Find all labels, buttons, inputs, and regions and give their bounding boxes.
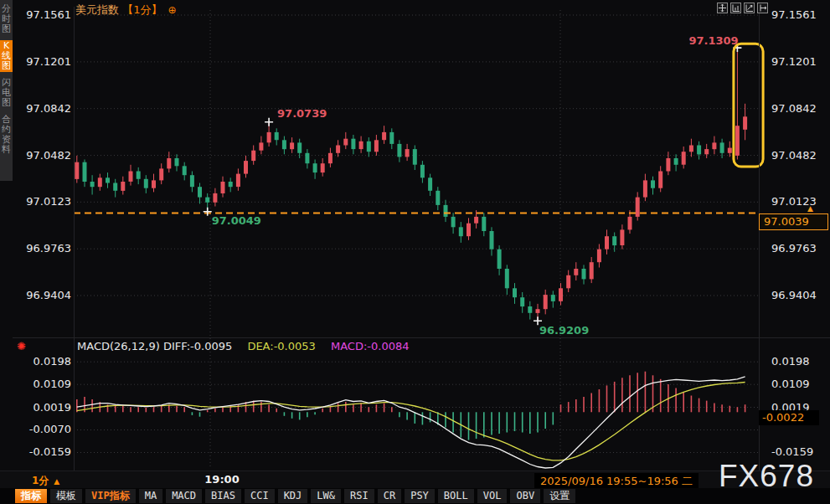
pan-icon[interactable] — [717, 3, 728, 13]
high-price-annotation: 97.0739 — [277, 107, 327, 120]
axis-tick-label: 97.0123 — [23, 195, 71, 208]
axis-tick-label: 97.1561 — [771, 8, 825, 21]
toolbar-item-0[interactable]: 指标 — [15, 489, 47, 503]
axis-bars-icon[interactable] — [730, 3, 741, 13]
symbol-name: 美元指数 — [75, 3, 119, 16]
axis-tick-label: 0.0019 — [23, 401, 71, 414]
sidebar-item-0[interactable]: 分时图 — [0, 3, 13, 35]
high-price-annotation: 97.1309 — [688, 34, 738, 47]
axis-tick-label: -0.0159 — [23, 445, 71, 458]
add-indicator-icon[interactable]: ⊕ — [168, 4, 177, 16]
axis-tick-label: 96.9763 — [771, 242, 825, 255]
axis-tick-label: 0.0109 — [23, 378, 71, 390]
dea-value-label: DEA:-0.0053 — [247, 340, 315, 352]
toolbar-item-3[interactable]: MA — [139, 489, 162, 503]
toolbar-item-15[interactable]: 设置 — [544, 489, 575, 503]
period-tag: 【1分】 — [122, 3, 162, 16]
low-price-annotation: 97.0049 — [212, 214, 261, 227]
macd-last-value-badge: -0.0022 — [759, 410, 819, 425]
current-price-badge: 97.0039 — [759, 213, 828, 230]
axis-tick-label: 96.9763 — [23, 242, 71, 255]
axis-exit-icon[interactable] — [757, 3, 768, 13]
axis-tick-label: 97.0123 — [771, 195, 825, 208]
plot-left-border — [74, 7, 75, 471]
toolbar-item-8[interactable]: LW& — [311, 489, 341, 503]
sidebar-item-2[interactable]: 闪电图 — [0, 77, 13, 109]
axis-tick-label: 97.0482 — [771, 149, 825, 162]
toolbar-item-7[interactable]: KDJ — [278, 489, 308, 503]
price-up-arrow-icon: ▲ — [807, 204, 813, 213]
time-tick-label: 19:00 — [201, 473, 243, 486]
sidebar-item-1[interactable]: K线图 — [0, 40, 13, 72]
left-sidebar: 分时图K线图闪电图合约资料 — [0, 0, 13, 181]
toolbar-item-4[interactable]: MACD — [166, 489, 202, 503]
plot-right-border — [759, 7, 760, 471]
chart-tool-icons — [717, 3, 768, 13]
macd-value-label: MACD:-0.0084 — [331, 340, 410, 352]
chart-canvas[interactable] — [0, 0, 830, 504]
axis-tick-label: 97.0482 — [23, 149, 71, 162]
triangle-up-icon: ▲ — [54, 477, 59, 486]
interval-selector[interactable]: 1分▲ — [32, 474, 59, 488]
axis-tick-label: 0.0198 — [23, 355, 71, 368]
axis-tick-label: -0.0070 — [23, 423, 71, 435]
toolbar-item-2[interactable]: VIP指标 — [85, 489, 136, 503]
axis-tick-label: 96.9404 — [771, 289, 825, 301]
indicator-toolbar: 指标模板VIP指标MAMACDBIASCCIKDJLW&RSICRPSYBOLL… — [0, 488, 830, 504]
time-axis-strip: 1分▲ 19:00 2025/09/16 19:55~19:56 二 — [0, 471, 830, 488]
sidebar-item-3[interactable]: 合约资料 — [0, 114, 13, 156]
axis-tick-label: 0.0109 — [771, 378, 825, 390]
axis-tick-label: 97.1561 — [23, 8, 71, 21]
axis-tick-label: -0.0159 — [771, 445, 825, 458]
toolbar-item-5[interactable]: BIAS — [205, 489, 241, 503]
chart-title: 美元指数 【1分】 ⊕ — [75, 3, 177, 18]
axis-line-icon[interactable] — [744, 3, 755, 13]
axis-tick-label: 97.1201 — [23, 55, 71, 68]
time-range-badge: 2025/09/16 19:55~19:56 二 — [534, 473, 699, 490]
panel-separator — [13, 337, 830, 338]
toolbar-item-12[interactable]: BOLL — [438, 489, 474, 503]
axis-tick-label: 97.1201 — [771, 55, 825, 68]
axis-tick-label: 97.0842 — [23, 102, 71, 115]
toolbar-item-9[interactable]: RSI — [344, 489, 374, 503]
axis-tick-label: 97.0842 — [771, 102, 825, 115]
low-price-annotation: 96.9209 — [539, 324, 589, 337]
axis-tick-label: 0.0198 — [771, 355, 825, 368]
axis-tick-label: 96.9404 — [23, 289, 71, 301]
macd-header: MACD(26,12,9) DIFF:-0.0095 DEA:-0.0053 M… — [77, 340, 410, 352]
toolbar-item-11[interactable]: PSY — [405, 489, 435, 503]
trading-app-window: 分时图K线图闪电图合约资料 美元指数 【1分】 ⊕ 97.156197.1201… — [0, 0, 830, 504]
toolbar-item-13[interactable]: VOL — [477, 489, 508, 503]
toolbar-item-10[interactable]: CR — [378, 489, 401, 503]
fx678-watermark: FX678 — [719, 459, 814, 494]
indicator-close-icon[interactable]: ✺ — [17, 340, 26, 352]
toolbar-item-1[interactable]: 模板 — [50, 489, 82, 503]
macd-params-label: MACD(26,12,9) DIFF:-0.0095 — [77, 340, 232, 352]
toolbar-item-14[interactable]: OBV — [510, 489, 540, 503]
toolbar-item-6[interactable]: CCI — [245, 489, 275, 503]
